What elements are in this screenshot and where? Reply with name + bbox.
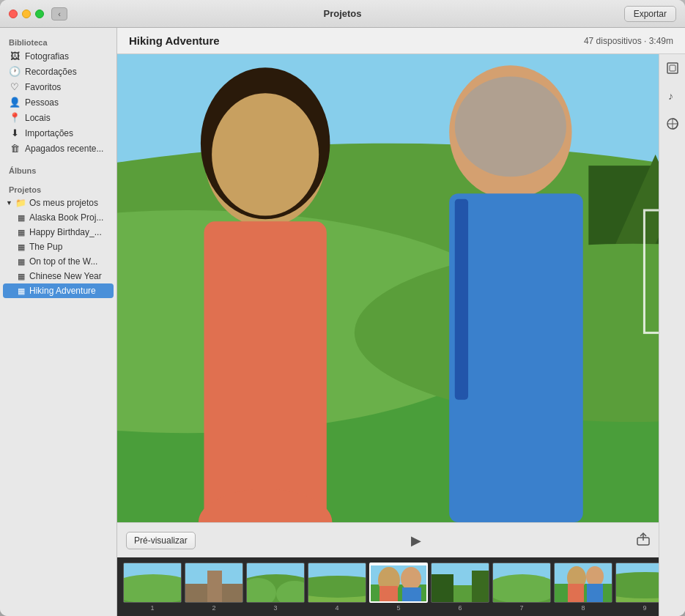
thumbnail-6[interactable]: 6: [431, 563, 489, 612]
slideshow-area: Pré-visualizar ▶: [117, 54, 685, 616]
titlebar: ‹ Projetos Exportar: [0, 0, 685, 28]
thumb-svg-5: [371, 564, 428, 603]
sidebar-item-recordacoes[interactable]: 🕐 Recordações: [0, 64, 116, 79]
thumb-img-4: [308, 563, 366, 603]
thumb-svg-7: [493, 563, 551, 603]
sidebar-item-alaska[interactable]: ▦ Alaska Book Proj...: [0, 210, 116, 225]
thumb-num-7: 7: [519, 604, 523, 612]
svg-text:♪: ♪: [668, 90, 673, 102]
sidebar-label-happy-birthday: Happy Birthday_...: [29, 227, 102, 237]
sidebar-item-favoritos[interactable]: ♡ Favoritos: [0, 79, 116, 94]
sidebar-item-fotografias[interactable]: 🖼 Fotografias: [0, 48, 116, 64]
photos-icon: 🖼: [9, 51, 21, 62]
thumb-img-8: [554, 563, 612, 603]
sidebar-label-apagados: Apagados recente...: [25, 144, 103, 154]
sidebar-item-locais[interactable]: 📍 Locais: [0, 110, 116, 125]
thumb-svg-6: [432, 563, 489, 603]
theme-icon: [666, 117, 679, 130]
minimize-button[interactable]: [22, 10, 31, 18]
memories-icon: 🕐: [9, 66, 21, 77]
back-icon: ‹: [58, 10, 61, 18]
thumbnail-8[interactable]: 8: [554, 563, 612, 612]
slideshow-icon-on-top: ▦: [18, 257, 25, 267]
thumb-img-7: [492, 563, 551, 603]
sidebar-label-locais: Locais: [25, 113, 51, 123]
thumb-num-3: 3: [273, 604, 277, 612]
project-title: Hiking Adventure: [129, 34, 220, 47]
theme-tool-button[interactable]: [664, 116, 681, 132]
thumbnail-9[interactable]: 9: [615, 563, 659, 612]
heart-icon: ♡: [9, 81, 21, 92]
sidebar-item-the-pup[interactable]: ▦ The Pup: [0, 240, 116, 254]
projects-folder[interactable]: ▼ 📁 Os meus projetos: [0, 196, 116, 210]
svg-rect-37: [379, 586, 398, 603]
thumbnail-7[interactable]: 7: [492, 563, 551, 612]
svg-rect-17: [455, 199, 468, 400]
thumbnail-4[interactable]: 4: [308, 563, 366, 612]
sidebar-item-importacoes[interactable]: ⬇ Importações: [0, 125, 116, 141]
svg-rect-60: [670, 65, 675, 71]
import-icon: ⬇: [9, 127, 21, 138]
thumb-num-6: 6: [458, 604, 462, 612]
thumb-num-8: 8: [581, 604, 585, 612]
slideshow-icon-cny: ▦: [18, 272, 25, 281]
projects-folder-label: Os meus projetos: [29, 198, 98, 208]
thumb-num-4: 4: [335, 604, 338, 612]
slideshow-icon-hiking: ▦: [18, 286, 25, 296]
sidebar: Biblioteca 🖼 Fotografias 🕐 Recordações ♡…: [0, 28, 117, 616]
sidebar-item-hiking-adventure[interactable]: ▦ Hiking Adventure: [3, 283, 114, 298]
thumb-svg-8: [555, 563, 612, 603]
preview-photo: [117, 54, 659, 522]
thumb-img-1: [123, 563, 182, 603]
thumb-svg-4: [308, 563, 366, 603]
share-button[interactable]: [637, 532, 650, 549]
sidebar-item-chinese-new-year[interactable]: ▦ Chinese New Year: [0, 269, 116, 283]
frame-tool-button[interactable]: [664, 60, 681, 76]
slideshow-icon-alaska: ▦: [18, 213, 25, 223]
export-button[interactable]: Exportar: [624, 6, 676, 22]
sidebar-label-pessoas: Pessoas: [25, 97, 59, 108]
thumbnail-2[interactable]: 2: [185, 563, 243, 612]
playback-controls: Pré-visualizar ▶: [117, 522, 659, 557]
trash-icon: 🗑: [9, 143, 21, 154]
thumbnail-strip: 1 2: [117, 557, 659, 616]
sidebar-item-pessoas[interactable]: 👤 Pessoas: [0, 94, 116, 110]
svg-rect-50: [568, 584, 584, 603]
selected-marker: [371, 564, 426, 565]
preview-image-container: [117, 54, 659, 522]
projects-header: Projetos: [0, 181, 116, 196]
share-icon: [637, 532, 650, 546]
sidebar-label-importacoes: Importações: [25, 128, 73, 138]
right-pane: Hiking Adventure 47 dispositivos · 3:49m: [117, 28, 685, 616]
music-tool-button[interactable]: ♪: [664, 88, 681, 104]
svg-point-38: [401, 567, 421, 590]
thumb-num-9: 9: [643, 604, 646, 612]
thumbnail-3[interactable]: 3: [246, 563, 305, 612]
svg-point-13: [212, 93, 319, 215]
sidebar-label-chinese-new-year: Chinese New Year: [29, 271, 102, 281]
sidebar-item-on-top[interactable]: ▦ On top of the W...: [0, 254, 116, 269]
slideshow-icon-happy: ▦: [18, 228, 25, 237]
thumb-img-2: [185, 563, 243, 603]
triangle-icon: ▼: [6, 199, 12, 207]
thumbnail-1[interactable]: 1: [123, 563, 182, 612]
play-button[interactable]: ▶: [406, 530, 426, 551]
preview-button[interactable]: Pré-visualizar: [126, 532, 196, 549]
sidebar-label-hiking-adventure: Hiking Adventure: [29, 286, 96, 296]
window-title: Projetos: [323, 8, 361, 19]
library-header: Biblioteca: [0, 34, 116, 48]
svg-point-46: [493, 574, 551, 603]
back-button[interactable]: ‹: [51, 7, 67, 21]
slideshow-icon-pup: ▦: [18, 242, 25, 252]
people-icon: 👤: [9, 97, 21, 108]
thumb-num-5: 5: [396, 604, 400, 612]
svg-rect-43: [472, 571, 489, 603]
sidebar-item-apagados[interactable]: 🗑 Apagados recente...: [0, 141, 116, 156]
maximize-button[interactable]: [35, 10, 44, 18]
app-window: ‹ Projetos Exportar Biblioteca 🖼 Fotogra…: [0, 0, 685, 616]
thumbnail-5[interactable]: 5: [369, 563, 428, 612]
sidebar-item-happy-birthday[interactable]: ▦ Happy Birthday_...: [0, 225, 116, 240]
thumb-img-3: [246, 563, 305, 603]
project-meta: 47 dispositivos · 3:49m: [584, 36, 673, 46]
close-button[interactable]: [9, 10, 18, 18]
